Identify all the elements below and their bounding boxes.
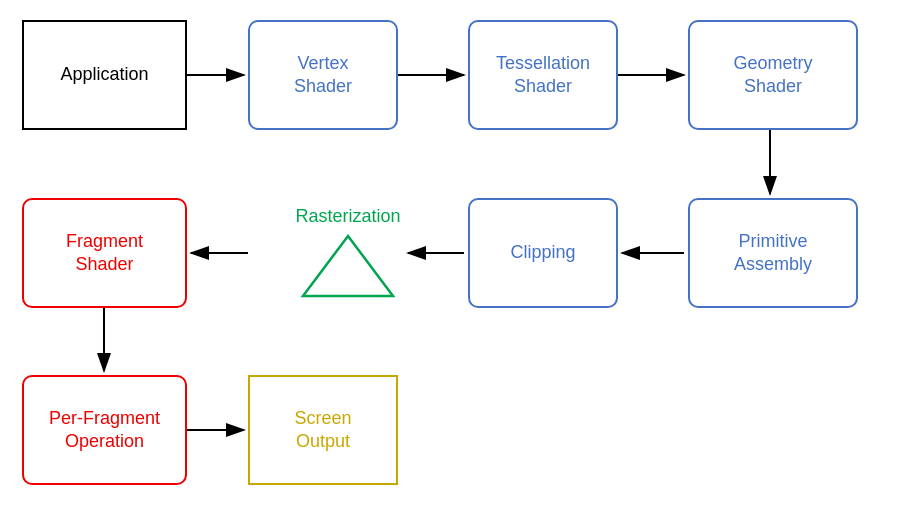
tessellation-shader-node: TessellationShader (468, 20, 618, 130)
screen-output-node: ScreenOutput (248, 375, 398, 485)
rasterization-container: Rasterization (248, 198, 448, 308)
rasterization-triangle (298, 231, 398, 301)
vertex-shader-node: VertexShader (248, 20, 398, 130)
fragment-shader-label: FragmentShader (66, 230, 143, 277)
primitive-assembly-label: PrimitiveAssembly (734, 230, 812, 277)
application-label: Application (60, 63, 148, 86)
fragment-shader-node: FragmentShader (22, 198, 187, 308)
application-node: Application (22, 20, 187, 130)
vertex-shader-label: VertexShader (294, 52, 352, 99)
per-fragment-label: Per-FragmentOperation (49, 407, 160, 454)
tessellation-shader-label: TessellationShader (496, 52, 590, 99)
clipping-node: Clipping (468, 198, 618, 308)
pipeline-diagram: Application VertexShader TessellationSha… (0, 0, 907, 511)
primitive-assembly-node: PrimitiveAssembly (688, 198, 858, 308)
screen-output-label: ScreenOutput (294, 407, 351, 454)
geometry-shader-label: GeometryShader (733, 52, 812, 99)
svg-marker-11 (303, 236, 393, 296)
per-fragment-node: Per-FragmentOperation (22, 375, 187, 485)
rasterization-label: Rasterization (295, 206, 400, 227)
geometry-shader-node: GeometryShader (688, 20, 858, 130)
clipping-label: Clipping (510, 241, 575, 264)
